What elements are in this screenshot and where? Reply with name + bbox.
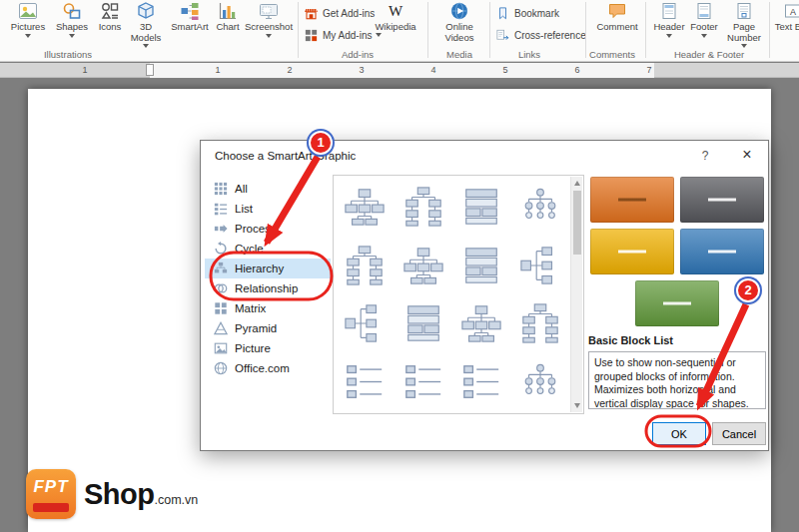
screenshot-button[interactable]: Screenshot [244,0,294,47]
smartart-thumbnail[interactable] [336,353,395,412]
smartart-thumbnail[interactable] [395,294,453,353]
comment-button[interactable]: Comment [593,0,641,47]
hierarchy-icon [214,262,228,275]
footer-button[interactable]: Footer [687,0,721,47]
category-matrix[interactable]: Matrix [205,298,331,318]
smartart-thumbnail[interactable] [395,237,453,295]
ruler-number: 2 [285,65,295,75]
layout-name: Basic Block List [588,334,766,346]
icons-button[interactable]: Icons [94,0,126,47]
chart-label: Chart [216,22,239,33]
smartart-thumbnail[interactable] [336,178,395,237]
smartart-dialog: Choose a SmartArt Graphic ? × All List P… [200,140,769,451]
indent-marker[interactable] [146,64,154,76]
shapes-label: Shapes [56,22,88,33]
chevron-down-icon [25,34,31,38]
chevron-down-icon [143,44,149,48]
header-button[interactable]: Header [651,0,687,47]
category-label: Hierarchy [235,263,284,274]
page-number-label: Page Number [721,22,767,43]
shapes-button[interactable]: Shapes [52,0,92,47]
3d-models-button[interactable]: 3D Models [126,0,166,47]
cancel-button[interactable]: Cancel [712,422,766,445]
category-label: Matrix [235,302,266,314]
screenshot-label: Screenshot [245,22,293,33]
cross-reference-button[interactable]: Cross-reference [495,25,586,45]
group-divider [489,2,490,58]
smartart-thumbnail[interactable] [452,294,511,353]
group-label-links: Links [507,49,551,60]
dialog-titlebar[interactable]: Choose a SmartArt Graphic [201,141,768,171]
gallery-scrollbar[interactable] [570,177,582,412]
online-videos-button[interactable]: Online Videos [435,0,483,47]
bookmark-icon [495,6,510,21]
category-relationship[interactable]: Relationship [205,278,331,298]
smartart-thumbnail[interactable] [395,353,453,412]
globe-icon [214,361,228,375]
smartart-thumbnail[interactable] [336,237,395,295]
preview-shape [590,177,674,223]
smartart-thumbnail[interactable] [336,294,395,353]
smartart-thumbnail[interactable] [395,178,453,237]
icons-label: Icons [99,22,122,33]
ribbon: Pictures Shapes Icons 3D Models SmartArt… [0,0,799,62]
category-list-item[interactable]: List [205,199,331,219]
bookmark-button[interactable]: Bookmark [495,3,559,23]
help-button[interactable]: ? [690,141,720,171]
category-picture[interactable]: Picture [205,338,331,358]
ok-button[interactable]: OK [652,422,706,445]
group-label-media: Media [437,49,481,60]
category-pyramid[interactable]: Pyramid [205,318,331,338]
chart-button[interactable]: Chart [212,0,244,47]
fptshop-logo: FPT Shop .com.vn [26,469,198,519]
my-addins-button[interactable]: My Add-ins [304,25,382,45]
category-label: List [235,203,253,215]
chevron-down-icon [69,34,75,38]
category-label: Office.com [235,362,290,374]
smartart-thumbnail[interactable] [511,237,570,295]
smartart-button[interactable]: SmartArt [168,0,212,47]
page-number-icon [734,1,754,21]
smartart-thumbnail[interactable] [452,178,511,237]
close-button[interactable]: × [726,141,768,171]
scrollbar-thumb[interactable] [573,191,581,255]
category-cycle[interactable]: Cycle [205,239,331,259]
smartart-thumbnail[interactable] [452,353,511,412]
category-office-com[interactable]: Office.com [205,358,331,378]
category-process[interactable]: Process [205,219,331,239]
ruler-number: 5 [500,65,510,75]
get-addins-label: Get Add-ins [323,8,375,19]
scroll-up-icon[interactable] [574,181,580,186]
smartart-thumbnail[interactable] [511,353,570,412]
group-label-header-footer: Header & Footer [665,49,753,60]
wikipedia-button[interactable]: Wikipedia [372,0,419,47]
page-number-button[interactable]: Page Number [721,0,767,47]
pictures-button[interactable]: Pictures [6,0,50,47]
thumbnail-grid [336,178,569,411]
list-icon [214,202,228,216]
ruler: 1 1 2 3 4 5 6 7 [0,63,799,78]
chevron-down-icon [266,34,272,38]
get-addins-button[interactable]: Get Add-ins [304,3,375,23]
group-divider [645,2,646,58]
preview-image [588,175,766,326]
group-label-addins: Add-ins [330,49,386,60]
footer-label: Footer [690,22,717,33]
text-box-button[interactable]: Text Box [773,0,799,47]
wikipedia-icon [386,1,405,21]
category-all[interactable]: All [205,179,331,199]
smartart-thumbnail[interactable] [511,294,570,353]
category-hierarchy[interactable]: Hierarchy [205,259,331,278]
preview-shape [680,177,764,223]
picture-icon [214,341,228,355]
smartart-thumbnail[interactable] [452,237,511,295]
pictures-label: Pictures [11,22,45,33]
scroll-down-icon[interactable] [574,403,580,408]
store-icon [304,6,319,21]
preview-shape [680,229,764,274]
comment-bubble-icon [607,1,627,21]
icons-icon [100,1,120,21]
shop-text: Shop [84,478,155,511]
3d-cube-icon [136,1,156,21]
smartart-thumbnail[interactable] [511,178,570,237]
